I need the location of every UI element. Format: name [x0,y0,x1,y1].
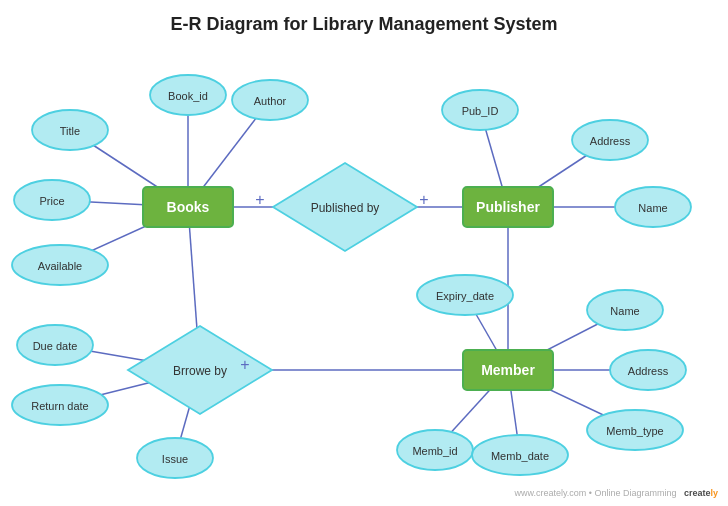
node-expiry_date: Expiry_date [417,275,513,315]
svg-text:Due date: Due date [33,340,78,352]
svg-text:Published by: Published by [311,201,380,215]
node-browse_by: Brrowe by [128,326,272,414]
svg-text:Book_id: Book_id [168,90,208,102]
svg-text:Memb_id: Memb_id [412,445,457,457]
svg-text:+: + [255,191,264,208]
svg-text:Address: Address [590,135,631,147]
svg-text:Author: Author [254,95,287,107]
node-available: Available [12,245,108,285]
svg-text:Books: Books [167,199,210,215]
er-diagram-svg: BooksPublisherMemberPublished byBrrowe b… [0,0,728,506]
svg-text:Name: Name [638,202,667,214]
svg-text:Issue: Issue [162,453,188,465]
node-address_pub: Address [572,120,648,160]
svg-text:Memb_date: Memb_date [491,450,549,462]
node-book_id: Book_id [150,75,226,115]
node-memb_id: Memb_id [397,430,473,470]
node-books: Books [143,187,233,227]
diagram-container: E-R Diagram for Library Management Syste… [0,0,728,506]
svg-text:+: + [240,356,249,373]
svg-text:Title: Title [60,125,80,137]
svg-text:Name: Name [610,305,639,317]
node-pub_id: Pub_ID [442,90,518,130]
node-title: Title [32,110,108,150]
svg-text:Available: Available [38,260,82,272]
node-publisher: Publisher [463,187,553,227]
node-address_mem: Address [610,350,686,390]
svg-text:Price: Price [39,195,64,207]
svg-text:Return date: Return date [31,400,88,412]
node-price: Price [14,180,90,220]
node-due_date: Due date [17,325,93,365]
svg-text:Memb_type: Memb_type [606,425,663,437]
svg-text:Member: Member [481,362,535,378]
node-member: Member [463,350,553,390]
node-name_pub: Name [615,187,691,227]
watermark: www.creately.com • Online Diagramming cr… [514,488,718,498]
node-published_by: Published by [273,163,417,251]
node-memb_date: Memb_date [472,435,568,475]
node-author: Author [232,80,308,120]
svg-text:Publisher: Publisher [476,199,540,215]
node-return_date: Return date [12,385,108,425]
node-name_mem: Name [587,290,663,330]
svg-text:Pub_ID: Pub_ID [462,105,499,117]
svg-text:Expiry_date: Expiry_date [436,290,494,302]
node-memb_type: Memb_type [587,410,683,450]
svg-text:+: + [419,191,428,208]
svg-text:Address: Address [628,365,669,377]
svg-text:Brrowe by: Brrowe by [173,364,227,378]
node-issue: Issue [137,438,213,478]
